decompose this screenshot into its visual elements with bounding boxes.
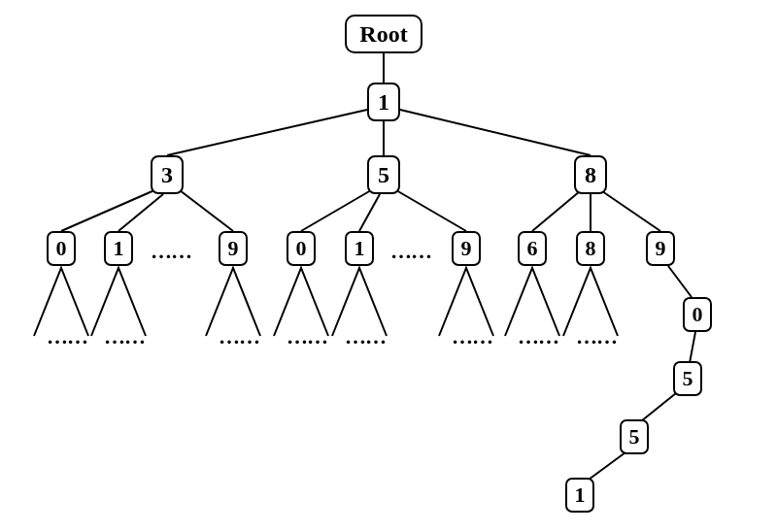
node-3: 3: [151, 155, 184, 194]
node-tail-1: 1: [565, 478, 594, 513]
ellipsis-subtree: ……: [287, 324, 327, 349]
svg-line-5: [118, 194, 163, 231]
node-5: 5: [367, 155, 400, 194]
node-5-1: 1: [345, 231, 374, 266]
ellipsis-5-children: ……: [390, 239, 431, 264]
svg-line-10: [532, 191, 580, 231]
svg-line-12: [602, 191, 660, 231]
node-3-9: 9: [219, 231, 248, 266]
node-tail-5b: 5: [620, 419, 649, 454]
tree-diagram: Root 1 3 5 8 0 1 …… 9 0 1 …… 9 6 8 9 …… …: [0, 0, 777, 532]
svg-line-13: [668, 266, 692, 297]
ellipsis-subtree: ……: [576, 324, 617, 349]
node-root: Root: [345, 15, 422, 53]
svg-line-4: [61, 190, 154, 231]
svg-line-16: [589, 452, 625, 480]
ellipsis-subtree: ……: [452, 324, 492, 349]
node-8: 8: [574, 155, 607, 194]
node-3-0: 0: [47, 231, 76, 266]
node-tail-0: 0: [683, 297, 712, 332]
node-5-0: 0: [287, 231, 316, 266]
svg-line-6: [180, 190, 233, 231]
svg-line-9: [396, 190, 466, 231]
ellipsis-subtree: ……: [219, 324, 259, 349]
ellipsis-3-children: ……: [151, 239, 191, 264]
ellipsis-subtree: ……: [345, 324, 386, 349]
node-3-1: 1: [104, 231, 133, 266]
edge-layer: [0, 0, 777, 532]
node-tail-5a: 5: [673, 361, 702, 396]
node-1: 1: [367, 83, 400, 121]
node-8-9: 9: [646, 231, 675, 266]
svg-line-1: [167, 110, 367, 155]
svg-line-3: [400, 110, 591, 155]
svg-line-14: [690, 332, 695, 363]
svg-line-15: [641, 393, 676, 421]
node-5-9: 9: [452, 231, 481, 266]
ellipsis-subtree: ……: [518, 324, 558, 349]
node-8-8: 8: [576, 231, 605, 266]
ellipsis-subtree: ……: [47, 324, 87, 349]
svg-line-7: [301, 190, 371, 231]
svg-line-8: [359, 194, 380, 231]
ellipsis-subtree: ……: [104, 324, 145, 349]
node-8-6: 6: [518, 231, 547, 266]
